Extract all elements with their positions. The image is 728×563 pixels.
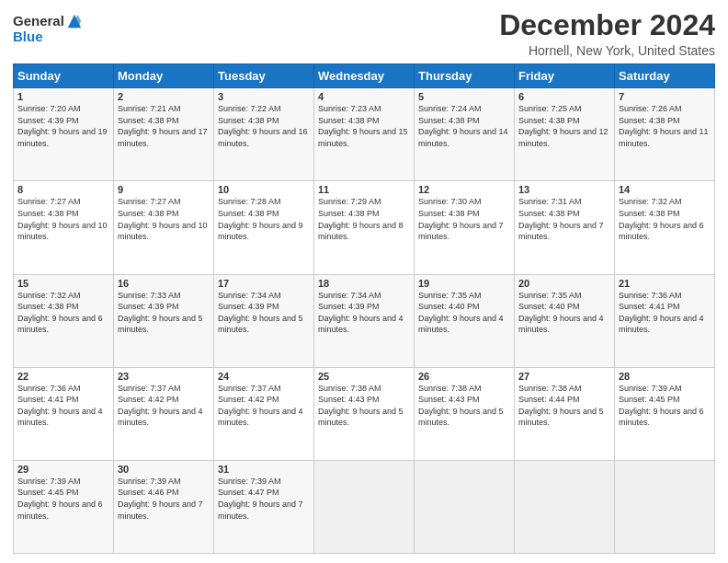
calendar-cell: 13Sunrise: 7:31 AMSunset: 4:38 PMDayligh… xyxy=(515,181,615,274)
day-number: 1 xyxy=(17,91,109,102)
calendar-cell: 15Sunrise: 7:32 AMSunset: 4:38 PMDayligh… xyxy=(14,274,114,367)
calendar-cell: 4Sunrise: 7:23 AMSunset: 4:38 PMDaylight… xyxy=(314,88,415,181)
day-info: Sunrise: 7:24 AMSunset: 4:38 PMDaylight:… xyxy=(418,103,510,149)
day-info: Sunrise: 7:21 AMSunset: 4:38 PMDaylight:… xyxy=(118,103,210,149)
calendar-cell: 30Sunrise: 7:39 AMSunset: 4:46 PMDayligh… xyxy=(114,460,214,553)
day-info: Sunrise: 7:25 AMSunset: 4:38 PMDaylight:… xyxy=(518,103,610,149)
calendar-cell: 10Sunrise: 7:28 AMSunset: 4:38 PMDayligh… xyxy=(214,181,314,274)
logo-text-blue: Blue xyxy=(13,29,83,45)
day-info: Sunrise: 7:38 AMSunset: 4:43 PMDaylight:… xyxy=(418,383,510,429)
calendar-cell: 29Sunrise: 7:39 AMSunset: 4:45 PMDayligh… xyxy=(14,460,114,553)
day-info: Sunrise: 7:38 AMSunset: 4:44 PMDaylight:… xyxy=(518,383,610,429)
day-number: 17 xyxy=(218,278,310,289)
day-info: Sunrise: 7:34 AMSunset: 4:39 PMDaylight:… xyxy=(218,290,310,336)
page: General Blue December 2024 Hornell, New … xyxy=(0,0,728,563)
day-info: Sunrise: 7:22 AMSunset: 4:38 PMDaylight:… xyxy=(218,103,310,149)
day-info: Sunrise: 7:26 AMSunset: 4:38 PMDaylight:… xyxy=(619,103,711,149)
day-info: Sunrise: 7:28 AMSunset: 4:38 PMDaylight:… xyxy=(218,196,310,242)
day-number: 2 xyxy=(118,91,210,102)
day-info: Sunrise: 7:39 AMSunset: 4:47 PMDaylight:… xyxy=(218,476,310,522)
day-info: Sunrise: 7:37 AMSunset: 4:42 PMDaylight:… xyxy=(118,383,210,429)
day-number: 26 xyxy=(418,371,510,382)
day-number: 3 xyxy=(218,91,310,102)
calendar-cell: 22Sunrise: 7:36 AMSunset: 4:41 PMDayligh… xyxy=(14,367,114,460)
calendar-cell: 6Sunrise: 7:25 AMSunset: 4:38 PMDaylight… xyxy=(515,88,615,181)
subtitle: Hornell, New York, United States xyxy=(499,43,715,58)
weekday-header-saturday: Saturday xyxy=(615,64,715,88)
calendar-cell: 23Sunrise: 7:37 AMSunset: 4:42 PMDayligh… xyxy=(114,367,214,460)
calendar-cell xyxy=(314,460,415,553)
day-number: 31 xyxy=(218,464,310,475)
logo: General Blue xyxy=(13,13,83,45)
day-number: 25 xyxy=(318,371,410,382)
day-info: Sunrise: 7:27 AMSunset: 4:38 PMDaylight:… xyxy=(118,196,210,242)
day-info: Sunrise: 7:34 AMSunset: 4:39 PMDaylight:… xyxy=(318,290,410,336)
calendar-cell: 31Sunrise: 7:39 AMSunset: 4:47 PMDayligh… xyxy=(214,460,314,553)
title-block: December 2024 Hornell, New York, United … xyxy=(499,9,715,58)
day-number: 21 xyxy=(619,278,711,289)
weekday-header-thursday: Thursday xyxy=(415,64,515,88)
day-number: 28 xyxy=(619,371,711,382)
calendar-cell: 21Sunrise: 7:36 AMSunset: 4:41 PMDayligh… xyxy=(615,274,715,367)
calendar-cell xyxy=(415,460,515,553)
calendar-week-4: 22Sunrise: 7:36 AMSunset: 4:41 PMDayligh… xyxy=(14,367,715,460)
logo-icon xyxy=(66,13,83,29)
calendar-cell: 14Sunrise: 7:32 AMSunset: 4:38 PMDayligh… xyxy=(615,181,715,274)
day-number: 12 xyxy=(418,184,510,195)
calendar-cell xyxy=(615,460,715,553)
day-number: 22 xyxy=(17,371,109,382)
day-info: Sunrise: 7:39 AMSunset: 4:45 PMDaylight:… xyxy=(619,383,711,429)
day-info: Sunrise: 7:39 AMSunset: 4:45 PMDaylight:… xyxy=(17,476,109,522)
day-info: Sunrise: 7:39 AMSunset: 4:46 PMDaylight:… xyxy=(118,476,210,522)
calendar-week-3: 15Sunrise: 7:32 AMSunset: 4:38 PMDayligh… xyxy=(14,274,715,367)
calendar-cell: 28Sunrise: 7:39 AMSunset: 4:45 PMDayligh… xyxy=(615,367,715,460)
day-number: 9 xyxy=(118,184,210,195)
calendar-cell: 24Sunrise: 7:37 AMSunset: 4:42 PMDayligh… xyxy=(214,367,314,460)
day-number: 14 xyxy=(619,184,711,195)
calendar-cell: 17Sunrise: 7:34 AMSunset: 4:39 PMDayligh… xyxy=(214,274,314,367)
calendar-cell: 2Sunrise: 7:21 AMSunset: 4:38 PMDaylight… xyxy=(114,88,214,181)
calendar-table: SundayMondayTuesdayWednesdayThursdayFrid… xyxy=(13,63,715,554)
day-number: 15 xyxy=(17,278,109,289)
calendar-week-5: 29Sunrise: 7:39 AMSunset: 4:45 PMDayligh… xyxy=(14,460,715,553)
calendar-cell: 3Sunrise: 7:22 AMSunset: 4:38 PMDaylight… xyxy=(214,88,314,181)
main-title: December 2024 xyxy=(499,9,715,41)
day-info: Sunrise: 7:27 AMSunset: 4:38 PMDaylight:… xyxy=(17,196,109,242)
day-info: Sunrise: 7:32 AMSunset: 4:38 PMDaylight:… xyxy=(619,196,711,242)
day-number: 7 xyxy=(619,91,711,102)
day-number: 16 xyxy=(118,278,210,289)
day-number: 11 xyxy=(318,184,410,195)
day-number: 4 xyxy=(318,91,410,102)
calendar-cell: 19Sunrise: 7:35 AMSunset: 4:40 PMDayligh… xyxy=(415,274,515,367)
calendar-cell: 25Sunrise: 7:38 AMSunset: 4:43 PMDayligh… xyxy=(314,367,415,460)
day-info: Sunrise: 7:38 AMSunset: 4:43 PMDaylight:… xyxy=(318,383,410,429)
weekday-header-sunday: Sunday xyxy=(14,64,114,88)
calendar-cell xyxy=(515,460,615,553)
day-number: 27 xyxy=(518,371,610,382)
day-number: 10 xyxy=(218,184,310,195)
day-info: Sunrise: 7:23 AMSunset: 4:38 PMDaylight:… xyxy=(318,103,410,149)
weekday-header-friday: Friday xyxy=(515,64,615,88)
calendar-week-1: 1Sunrise: 7:20 AMSunset: 4:39 PMDaylight… xyxy=(14,88,715,181)
day-number: 6 xyxy=(518,91,610,102)
day-info: Sunrise: 7:20 AMSunset: 4:39 PMDaylight:… xyxy=(17,103,109,149)
weekday-header-wednesday: Wednesday xyxy=(314,64,415,88)
day-number: 29 xyxy=(17,464,109,475)
day-number: 20 xyxy=(518,278,610,289)
day-info: Sunrise: 7:36 AMSunset: 4:41 PMDaylight:… xyxy=(17,383,109,429)
day-number: 24 xyxy=(218,371,310,382)
day-number: 8 xyxy=(17,184,109,195)
calendar-cell: 5Sunrise: 7:24 AMSunset: 4:38 PMDaylight… xyxy=(415,88,515,181)
day-info: Sunrise: 7:37 AMSunset: 4:42 PMDaylight:… xyxy=(218,383,310,429)
calendar-cell: 11Sunrise: 7:29 AMSunset: 4:38 PMDayligh… xyxy=(314,181,415,274)
calendar-cell: 18Sunrise: 7:34 AMSunset: 4:39 PMDayligh… xyxy=(314,274,415,367)
calendar-cell: 26Sunrise: 7:38 AMSunset: 4:43 PMDayligh… xyxy=(415,367,515,460)
day-info: Sunrise: 7:35 AMSunset: 4:40 PMDaylight:… xyxy=(418,290,510,336)
day-number: 5 xyxy=(418,91,510,102)
calendar-cell: 12Sunrise: 7:30 AMSunset: 4:38 PMDayligh… xyxy=(415,181,515,274)
calendar-cell: 1Sunrise: 7:20 AMSunset: 4:39 PMDaylight… xyxy=(14,88,114,181)
calendar-cell: 8Sunrise: 7:27 AMSunset: 4:38 PMDaylight… xyxy=(14,181,114,274)
weekday-header-monday: Monday xyxy=(114,64,214,88)
day-info: Sunrise: 7:31 AMSunset: 4:38 PMDaylight:… xyxy=(518,196,610,242)
day-number: 30 xyxy=(118,464,210,475)
